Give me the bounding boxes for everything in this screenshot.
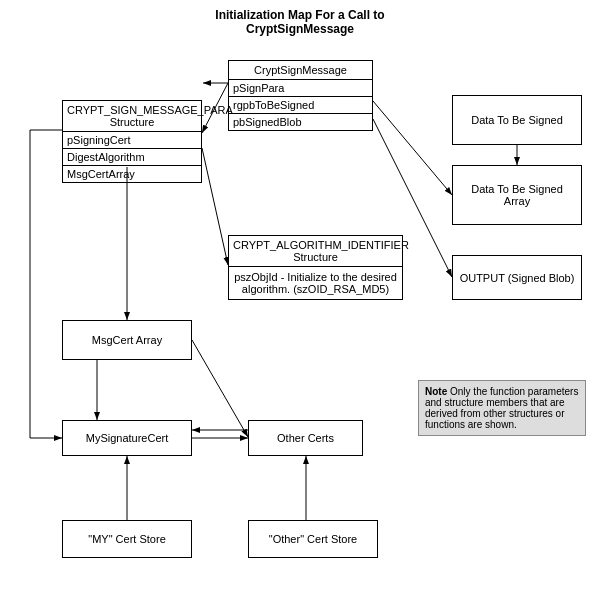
my-cert-store-label: "MY" Cert Store <box>88 533 166 545</box>
para-row1: pSigningCert <box>63 132 201 149</box>
para-row3: MsgCertArray <box>63 166 201 182</box>
crypt-sign-message-header: CryptSignMessage <box>229 61 372 80</box>
crypt-sign-message-para-box: CRYPT_SIGN_MESSAGE_PARA Structure pSigni… <box>62 100 202 183</box>
data-to-be-signed-array-label: Data To Be Signed Array <box>457 183 577 207</box>
para-row2: DigestAlgorithm <box>63 149 201 166</box>
crypt-sign-message-row3: pbSignedBlob <box>229 114 372 130</box>
my-signature-cert-label: MySignatureCert <box>86 432 169 444</box>
crypt-algorithm-box: CRYPT_ALGORITHM_IDENTIFIER Structure psz… <box>228 235 403 300</box>
note-box: Note Only the function parameters and st… <box>418 380 586 436</box>
msgcert-array-label: MsgCert Array <box>92 334 162 346</box>
data-to-be-signed-box: Data To Be Signed <box>452 95 582 145</box>
other-certs-label: Other Certs <box>277 432 334 444</box>
crypt-sign-message-row1: pSignPara <box>229 80 372 97</box>
my-cert-store-box: "MY" Cert Store <box>62 520 192 558</box>
crypt-sign-message-row2: rgpbToBeSigned <box>229 97 372 114</box>
crypt-sign-message-box: CryptSignMessage pSignPara rgpbToBeSigne… <box>228 60 373 131</box>
para-header: CRYPT_SIGN_MESSAGE_PARA Structure <box>63 101 201 132</box>
my-signature-cert-box: MySignatureCert <box>62 420 192 456</box>
data-to-be-signed-array-box: Data To Be Signed Array <box>452 165 582 225</box>
svg-line-4 <box>373 101 452 195</box>
data-to-be-signed-label: Data To Be Signed <box>471 114 563 126</box>
output-box: OUTPUT (Signed Blob) <box>452 255 582 300</box>
output-label: OUTPUT (Signed Blob) <box>460 272 575 284</box>
svg-line-9 <box>192 340 248 437</box>
algorithm-row1: pszObjId - Initialize to the desired alg… <box>229 267 402 299</box>
svg-line-7 <box>202 148 228 265</box>
msgcert-array-box: MsgCert Array <box>62 320 192 360</box>
other-certs-box: Other Certs <box>248 420 363 456</box>
other-cert-store-box: "Other" Cert Store <box>248 520 378 558</box>
other-cert-store-label: "Other" Cert Store <box>269 533 358 545</box>
page-title: Initialization Map For a Call to CryptSi… <box>150 8 450 36</box>
note-text: Only the function parameters and structu… <box>425 386 578 430</box>
diagram: Initialization Map For a Call to CryptSi… <box>0 0 603 592</box>
note-label: Note <box>425 386 447 397</box>
algorithm-header: CRYPT_ALGORITHM_IDENTIFIER Structure <box>229 236 402 267</box>
